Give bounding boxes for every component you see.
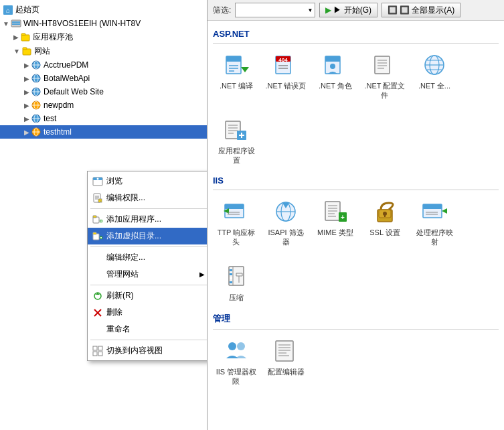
svg-rect-114 — [230, 273, 232, 275]
context-refresh-label: 刷新(R) — [106, 290, 134, 301]
svg-rect-105 — [384, 214, 386, 217]
svg-rect-120 — [276, 341, 293, 361]
net-error-img: 404 — [272, 52, 299, 78]
context-separator-1 — [90, 208, 207, 209]
tree-item-server-label: WIN-HT8VOS1EEIH (WIN-HT8V — [23, 19, 141, 28]
context-menu-add-vdir[interactable]: 添加虚拟目录... — [88, 228, 207, 244]
icon-net-error[interactable]: 404 .NET 错误页 — [262, 49, 309, 103]
tree-item-server[interactable]: ▼ WIN-HT8VOS1EEIH (WIN-HT8V — [0, 17, 207, 30]
compress-icon-grid: 压缩 — [213, 261, 499, 305]
expand-icon-newpdm: ▶ — [24, 102, 29, 109]
icon-handler[interactable]: 处理程序映射 — [411, 196, 458, 250]
context-switch-view-label: 切换到内容视图 — [106, 345, 163, 356]
tree-item-default[interactable]: ▶ Default Web Site — [0, 85, 207, 98]
app-settings-label: 应用程序设置 — [218, 146, 255, 165]
filter-show-all-btn[interactable]: 🔲 🔲 全部显示(A) — [382, 3, 460, 17]
home-icon: ⌂ — [3, 5, 13, 15]
icon-ssl[interactable]: SSL 设置 — [361, 196, 408, 250]
manage-section-header: 管理 — [213, 310, 499, 330]
mime-img: + — [322, 198, 349, 225]
context-menu-add-app[interactable]: 添加应用程序... — [88, 211, 207, 228]
svg-rect-52 — [98, 352, 102, 356]
context-menu-edit-perm[interactable]: 编辑权限... — [88, 190, 207, 206]
svg-rect-51 — [93, 352, 97, 356]
newpdm-icon — [31, 100, 41, 111]
svg-point-118 — [228, 342, 236, 350]
icon-net-all[interactable]: .NET 全... — [411, 49, 458, 103]
test-icon — [31, 113, 41, 124]
ssl-label: SSL 设置 — [369, 228, 400, 237]
filter-start-label: ▶ 开始(G) — [333, 5, 371, 16]
context-menu: 浏览 编辑权限... — [87, 171, 207, 361]
acctrue-icon — [31, 60, 41, 70]
icon-compress[interactable]: 压缩 — [213, 261, 260, 305]
net-role-label: .NET 角色 — [319, 81, 352, 90]
icon-ttp[interactable]: TTP 响应标头 — [213, 196, 260, 250]
svg-rect-54 — [226, 56, 241, 62]
context-edit-perm-label: 编辑权限... — [106, 192, 145, 204]
icon-mime[interactable]: + MIME 类型 — [312, 196, 359, 250]
svg-text:⌂: ⌂ — [6, 7, 10, 14]
config-editor-img — [272, 338, 299, 364]
context-browse-label: 浏览 — [106, 175, 122, 187]
context-manage-site-label: 管理网站 — [106, 269, 139, 280]
expand-icon-test: ▶ — [24, 115, 29, 123]
tree-item-acctrue[interactable]: ▶ AcctruePDM — [0, 58, 207, 72]
mgr-perm-label: IIS 管理器权限 — [216, 367, 257, 386]
svg-rect-116 — [230, 281, 232, 283]
tree-item-botai[interactable]: ▶ BotaiWebApi — [0, 72, 207, 85]
compress-img — [223, 263, 250, 290]
net-role-img — [322, 52, 349, 78]
testhtml-icon — [31, 127, 41, 137]
filter-label: 筛选: — [213, 5, 231, 16]
icon-net-role[interactable]: .NET 角色 — [312, 49, 359, 103]
icon-app-settings[interactable]: 应用程序设置 — [213, 114, 260, 168]
context-separator-4 — [90, 340, 207, 340]
context-menu-rename[interactable]: 重命名 — [88, 321, 207, 338]
add-vdir-icon — [92, 230, 104, 242]
tree-item-acctrue-label: AcctruePDM — [44, 60, 88, 70]
icon-isapi[interactable]: ISAPI 筛选器 — [262, 196, 309, 250]
icon-net-config[interactable]: .NET 配置文件 — [361, 49, 408, 103]
tree-item-sites[interactable]: ▼ 网站 — [0, 44, 207, 58]
compress-label: 压缩 — [229, 293, 244, 302]
context-menu-switch-view[interactable]: 切换到内容视图 — [88, 342, 207, 359]
context-menu-refresh[interactable]: 刷新(R) — [88, 287, 207, 304]
tree-item-home[interactable]: ⌂ 起始页 — [0, 3, 207, 17]
context-menu-delete[interactable]: 删除 — [88, 304, 207, 321]
net-config-img — [371, 52, 398, 78]
tree-item-testhtml[interactable]: ▶ testhtml — [0, 125, 207, 139]
svg-rect-42 — [93, 232, 96, 234]
tree-item-test[interactable]: ▶ test — [0, 112, 207, 125]
handler-img — [421, 198, 448, 225]
filter-select-wrap[interactable] — [235, 3, 315, 17]
tree-item-newpdm[interactable]: ▶ newpdm — [0, 98, 207, 112]
tree-item-apppool-label: 应用程序池 — [33, 31, 73, 43]
ssl-img — [371, 198, 398, 225]
net-all-img — [421, 52, 448, 78]
tree-item-newpdm-label: newpdm — [44, 100, 74, 110]
icon-net-compile[interactable]: .NET 编译 — [213, 49, 260, 103]
icon-config-editor[interactable]: 配置编辑器 — [262, 335, 309, 389]
filter-start-btn[interactable]: ▶ ▶ 开始(G) — [319, 3, 377, 17]
tree-item-apppool[interactable]: ▶ 应用程序池 — [0, 30, 207, 44]
expand-icon-sites: ▼ — [13, 48, 20, 55]
context-menu-edit-bind[interactable]: 编辑绑定... — [88, 249, 207, 266]
svg-rect-50 — [98, 346, 102, 350]
tree-item-testhtml-label: testhtml — [44, 127, 72, 137]
net-compile-label: .NET 编译 — [220, 81, 253, 90]
context-menu-manage-site[interactable]: 管理网站 ▶ — [88, 266, 207, 283]
default-icon — [31, 86, 41, 97]
expand-icon-testhtml: ▶ — [24, 129, 29, 136]
filter-select[interactable] — [235, 3, 315, 17]
svg-rect-86 — [225, 204, 244, 209]
show-all-icon: 🔲 — [388, 5, 398, 15]
context-separator-3 — [90, 285, 207, 285]
tree-item-botai-label: BotaiWebApi — [44, 74, 90, 83]
icon-mgr-perm[interactable]: IIS 管理器权限 — [213, 335, 260, 389]
svg-text:404: 404 — [278, 57, 288, 63]
ttp-label: TTP 响应标头 — [218, 228, 256, 247]
context-menu-browse[interactable]: 浏览 — [88, 173, 207, 190]
server-icon — [11, 18, 21, 29]
svg-rect-3 — [12, 21, 20, 23]
